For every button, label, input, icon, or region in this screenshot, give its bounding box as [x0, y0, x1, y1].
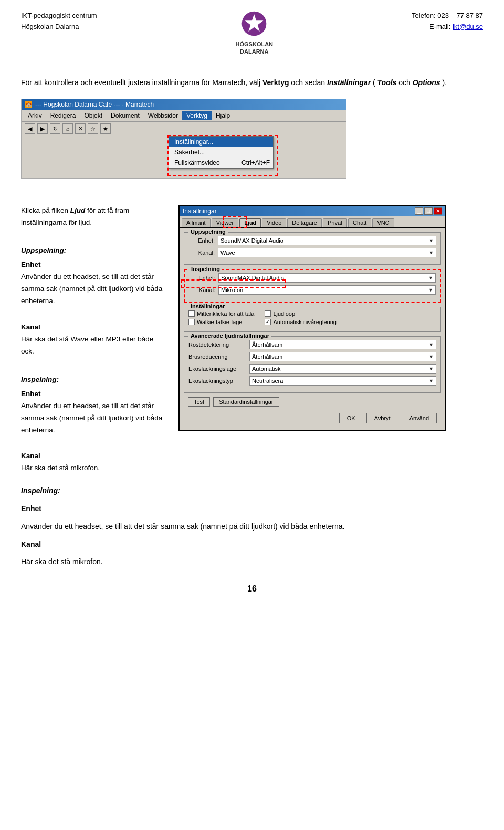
- uppspelning-enhet-input[interactable]: SoundMAX Digital Audio ▼: [218, 236, 436, 245]
- cb-autonik-box[interactable]: ✓: [265, 319, 271, 325]
- cb-mittenklicka: Mittenklicka för att tala: [188, 310, 254, 317]
- menu-redigera[interactable]: Redigera: [46, 111, 80, 120]
- adv-rostdetektering: Röstdetektering Återhållsam ▼: [188, 340, 436, 349]
- click-instruction: Klicka på fliken Ljud för att få fram in…: [21, 205, 168, 229]
- instructions-text: Klicka på fliken Ljud för att få fram in…: [21, 205, 168, 475]
- close-btn[interactable]: ✕: [434, 208, 442, 215]
- adv-eko-lage-label: Ekosläckningsläge: [188, 366, 246, 372]
- tab-ljud[interactable]: Ljud: [239, 218, 261, 227]
- page-header: IKT-pedagogiskt centrum Högskolan Dalarn…: [21, 11, 483, 61]
- org-name-1: IKT-pedagogiskt centrum: [21, 11, 97, 22]
- test-btn-row: Test Standardinställningar: [184, 397, 441, 407]
- inst-settings-group: Inställningar Mittenklicka för att tala …: [184, 307, 441, 332]
- maximize-btn[interactable]: □: [424, 208, 433, 215]
- inspelning-kanal-input[interactable]: Mikrofon ▼: [218, 285, 436, 295]
- cb-mittenklicka-box[interactable]: [188, 310, 195, 317]
- logo-text-line1: HÖGSKOLAN DALARNA: [236, 40, 274, 56]
- adv-ekoslackningstyp: Ekosläckningstyp Neutralisera ▼: [188, 376, 436, 386]
- page-number: 16: [21, 584, 483, 594]
- toolbar: ◀ ▶ ↻ ⌂ ✕ ☆ ★: [22, 122, 346, 136]
- header-logo: HÖGSKOLAN DALARNA: [236, 11, 274, 56]
- menu-hjalp[interactable]: Hjälp: [212, 111, 234, 120]
- star-btn[interactable]: ★: [100, 123, 111, 134]
- installningar-dialog: Inställningar _ □ ✕ Allmänt Viewer Ljud …: [178, 205, 446, 431]
- enhet2-subsection-title: Enhet: [21, 388, 168, 400]
- inspelning-group: Inspelning Enhet: SoundMAX Digital Audio…: [184, 269, 441, 303]
- enhet-dropdown-arrow: ▼: [429, 238, 434, 243]
- menu-objekt[interactable]: Objekt: [80, 111, 107, 120]
- home-btn[interactable]: ⌂: [62, 123, 73, 134]
- dialog-title: Inställningar: [183, 208, 217, 215]
- inspelning-group-title: Inspelning: [189, 266, 222, 272]
- uppspelning-group-title: Uppspelning: [188, 229, 228, 235]
- menu-arkiv[interactable]: Arkiv: [24, 111, 46, 120]
- adv-brus-input[interactable]: Återhållsam ▼: [249, 352, 436, 361]
- marratech-screenshot: 🏫 --- Högskolan Dalarna Café --- - Marra…: [21, 99, 346, 192]
- bottom-inspelning-text: Inspelning:: [21, 485, 483, 497]
- dialog-titlebar: Inställningar _ □ ✕: [180, 206, 445, 216]
- menu-fullskarm[interactable]: Fullskärmsvideo Ctrl+Alt+F: [169, 158, 273, 168]
- dialog-screenshot-wrapper: Inställningar _ □ ✕ Allmänt Viewer Ljud …: [178, 205, 446, 475]
- avancerade-group: Avancerade ljudinställningar Röstdetekte…: [184, 336, 441, 393]
- cb-ljudloop: Ljudloop: [265, 310, 336, 317]
- avbryt-button[interactable]: Avbryt: [366, 413, 398, 423]
- enhet2-description: Använder du ett headset, se till att det…: [21, 400, 168, 437]
- bottom-kanal-desc: Här ska det stå mikrofon.: [21, 556, 483, 568]
- stop-btn[interactable]: ✕: [75, 123, 86, 134]
- header-left: IKT-pedagogiskt centrum Högskolan Dalarn…: [21, 11, 97, 33]
- adv-eko-typ-input[interactable]: Neutralisera ▼: [249, 376, 436, 386]
- tab-allment[interactable]: Allmänt: [182, 218, 211, 227]
- adv-eko-lage-input[interactable]: Automatisk ▼: [249, 364, 436, 374]
- menu-sakerhet[interactable]: Säkerhet...: [169, 147, 273, 158]
- inst-settings-title: Inställningar: [188, 303, 227, 309]
- dialog-content-area: Uppspelning Enhet: SoundMAX Digital Audi…: [180, 228, 445, 430]
- uppspelning-kanal-input[interactable]: Wave ▼: [218, 248, 436, 257]
- tab-deltagare[interactable]: Deltagare: [287, 218, 322, 227]
- adv-rost-input[interactable]: Återhållsam ▼: [249, 340, 436, 349]
- ok-button[interactable]: OK: [339, 413, 363, 423]
- menu-installningar[interactable]: Inställningar...: [169, 137, 273, 147]
- cb-ljudloop-box[interactable]: [265, 310, 271, 317]
- refresh-btn[interactable]: ↻: [50, 123, 60, 134]
- back-btn[interactable]: ◀: [25, 123, 35, 134]
- inspelning-kanal-row: Kanal: Mikrofon ▼: [189, 285, 436, 295]
- tab-viewer[interactable]: Viewer: [212, 218, 238, 227]
- marratech-title: --- Högskolan Dalarna Café --- - Marrate…: [35, 101, 154, 108]
- cb-walkie-box[interactable]: [188, 319, 195, 325]
- adv-brusreducering: Brusreducering Återhållsam ▼: [188, 352, 436, 361]
- cb-autonik: ✓ Automatisk nivåreglering: [265, 319, 336, 325]
- forward-btn[interactable]: ▶: [37, 123, 48, 134]
- tab-privat[interactable]: Privat: [323, 218, 347, 227]
- minimize-btn[interactable]: _: [415, 208, 423, 215]
- bottom-enhet-section: Enhet: [21, 503, 483, 515]
- menu-webbsidor[interactable]: Webbsidor: [144, 111, 182, 120]
- marratech-menubar: Arkiv Redigera Objekt Dokument Webbsidor…: [22, 110, 346, 122]
- tab-video[interactable]: Video: [262, 218, 286, 227]
- dialog-win-controls: _ □ ✕: [415, 208, 442, 215]
- uppspelning-enhet-label: Enhet:: [188, 237, 215, 244]
- kanal2-description: Här ska det stå mikrofon.: [21, 462, 168, 474]
- menu-verktyg[interactable]: Verktyg: [182, 111, 212, 120]
- inspelning-enhet-label: Enhet:: [189, 275, 215, 281]
- test-button[interactable]: Test: [188, 397, 210, 407]
- uppspelning-section-title: Uppspelning:: [21, 245, 168, 257]
- menu-dokument[interactable]: Dokument: [107, 111, 144, 120]
- anvand-button[interactable]: Använd: [402, 413, 437, 423]
- inspelning-enhet-row: Enhet: SoundMAX Digital Audio ▼: [189, 273, 436, 283]
- uppspelning-kanal-row: Kanal: Wave ▼: [188, 248, 436, 257]
- tab-chatt[interactable]: Chatt: [348, 218, 371, 227]
- standard-button[interactable]: Standardinställningar: [213, 397, 279, 407]
- adv-eko-typ-label: Ekosläckningstyp: [188, 378, 246, 384]
- enhet-subsection-title: Enhet: [21, 259, 168, 271]
- uppspelning-kanal-label: Kanal:: [188, 250, 215, 256]
- kanal2-subsection-title: Kanal: [21, 450, 168, 462]
- tab-vnc[interactable]: VNC: [372, 218, 394, 227]
- inspelning-enhet-input[interactable]: SoundMAX Digital Audio ▼: [218, 273, 436, 283]
- uppspelning-group: Uppspelning Enhet: SoundMAX Digital Audi…: [184, 232, 441, 265]
- main-content-row: Klicka på fliken Ljud för att få fram in…: [21, 205, 483, 475]
- org-name-2: Högskolan Dalarna: [21, 22, 97, 33]
- kanal-subsection-title: Kanal: [21, 321, 168, 334]
- inspelning-kanal-label: Kanal:: [189, 287, 215, 293]
- email-link[interactable]: ikt@du.se: [453, 23, 483, 30]
- bookmark-btn[interactable]: ☆: [88, 123, 98, 134]
